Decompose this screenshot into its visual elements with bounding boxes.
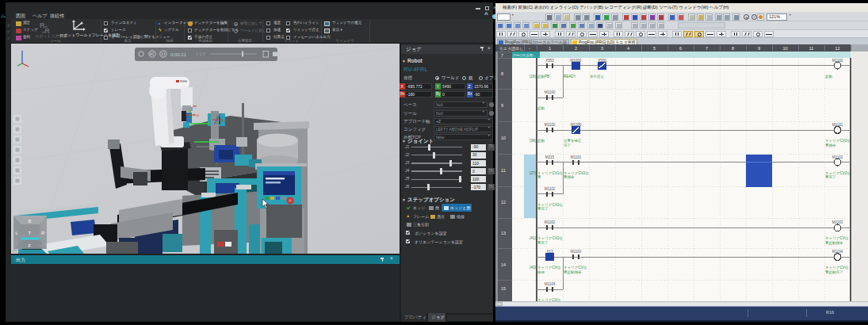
svg-text:キャリアCV位: キャリアCV位 [825,266,849,270]
svg-text:14: 14 [501,262,506,267]
svg-text:M1102: M1102 [545,187,556,191]
svg-text:M1100: M1100 [545,90,556,94]
svg-text:M1100: M1100 [545,123,556,127]
svg-text:T: T [29,231,32,235]
svg-text:B: B [29,219,32,224]
svg-text:置指令: 置指令 [564,175,575,179]
svg-text:置指令: 置指令 [825,143,836,147]
svg-text:M1104: M1104 [832,250,843,254]
svg-text:キャリアCV位: キャリアCV位 [564,266,587,270]
svg-text:キャリアCV2位: キャリアCV2位 [564,171,589,175]
svg-text:7: 7 [705,46,708,51]
svg-text:キャリアCV位: キャリアCV位 [537,266,561,270]
svg-text:キャリアCV2位: キャリアCV2位 [825,139,851,143]
svg-text:P1: P1 [222,119,227,123]
svg-text:キャリアCV位: キャリアCV位 [825,236,849,240]
svg-text:完了: 完了 [564,143,571,147]
svg-text:12: 12 [835,46,839,51]
svg-text:12: 12 [501,200,506,205]
svg-text:3: 3 [601,46,603,51]
svg-text:M1103: M1103 [571,250,582,254]
svg-text:9: 9 [501,103,503,108]
svg-text:キャリアCV2位: キャリアCV2位 [537,203,563,207]
svg-text:キャリアCV1位: キャリアCV1位 [537,171,563,175]
svg-text:6: 6 [679,46,682,51]
svg-text:2: 2 [575,46,577,51]
svg-text:11: 11 [809,46,814,51]
svg-text:P10: P10 [193,113,200,117]
svg-text:置完了: 置完了 [537,207,549,211]
svg-text:15: 15 [501,286,506,291]
svg-text:M1000: M1000 [571,59,582,63]
svg-text:1: 1 [549,46,551,51]
svg-text:検知: 検知 [537,270,545,274]
svg-text:READY: READY [564,75,576,78]
svg-text:M1180: M1180 [571,123,582,127]
svg-text:9: 9 [758,46,760,51]
svg-text:M1101: M1101 [571,155,582,159]
svg-text:(27): (27) [530,171,537,175]
svg-text:置完了: 置完了 [537,241,549,245]
svg-text:M1102: M1102 [832,155,843,159]
svg-text:X13: X13 [546,250,553,254]
svg-text:位置を補正: 位置を補正 [564,138,582,143]
svg-text:11: 11 [501,168,506,173]
svg-text:-: - [529,46,530,51]
svg-text:8: 8 [732,46,734,51]
svg-text:M1100: M1100 [832,59,843,63]
svg-text:10: 10 [782,46,787,51]
svg-text:4: 4 [627,46,629,51]
svg-text:8: 8 [501,71,503,76]
svg-text:F: F [29,243,32,248]
svg-text:X550: X550 [545,59,554,63]
svg-text:(16): (16) [530,75,537,78]
svg-text:7: 7 [501,53,503,58]
svg-text:X500: X500 [598,59,606,63]
svg-text:(43): (43) [530,266,537,270]
svg-text:13: 13 [501,231,506,235]
svg-text:R: R [41,231,45,235]
svg-text:M1103: M1103 [832,220,843,224]
svg-text:x 1.0: x 1.0 [196,52,205,56]
svg-text:10: 10 [501,136,506,140]
svg-text:M1104: M1104 [545,282,556,286]
svg-text:モニタ読出し: モニタ読出し [499,46,523,51]
svg-text:置完了: 置完了 [825,175,836,179]
svg-text:5: 5 [653,46,656,51]
svg-text:キャリアCV2位: キャリアCV2位 [537,236,563,240]
svg-text:M215: M215 [545,155,555,159]
svg-text:置: 置 [537,175,541,179]
svg-text:(34): (34) [530,139,537,143]
svg-text:キャリアCV2位: キャリアCV2位 [825,171,851,175]
svg-text:(41): (41) [530,236,537,240]
svg-text:M1102: M1102 [545,220,556,224]
svg-text:M1101: M1101 [832,123,843,127]
svg-text:(H:7): (H:7) [13,249,21,253]
svg-text:0:00:21: 0:00:21 [170,52,187,57]
